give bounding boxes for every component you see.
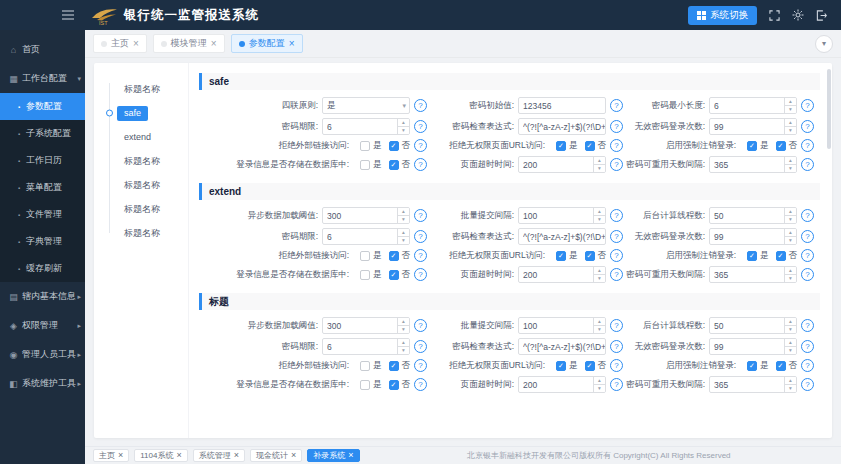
checkbox-no[interactable]: ✓	[389, 270, 399, 280]
increase-icon[interactable]: ▴	[594, 157, 605, 165]
checkbox-yes[interactable]	[360, 270, 370, 280]
decrease-icon[interactable]: ▾	[594, 385, 605, 392]
checkbox-yes[interactable]: ✓	[747, 251, 757, 261]
checkbox-yes[interactable]: ✓	[556, 251, 566, 261]
checkbox-no[interactable]: ✓	[585, 141, 595, 151]
decrease-icon[interactable]: ▾	[785, 326, 796, 333]
input-field[interactable]: ^(?![^a-zA-z]+$)(?!\D+$)[0-9A-Z]	[518, 228, 606, 245]
close-icon[interactable]: ×	[234, 451, 239, 460]
increase-icon[interactable]: ▴	[594, 377, 605, 385]
anchor-item[interactable]: 标题名称	[106, 221, 186, 245]
scrollbar[interactable]	[826, 67, 831, 434]
decrease-icon[interactable]: ▾	[398, 326, 409, 333]
help-icon[interactable]: ?	[414, 139, 427, 152]
help-icon[interactable]: ?	[610, 209, 623, 222]
increase-icon[interactable]: ▴	[594, 267, 605, 275]
sidebar-item[interactable]: ▦工作台配置▾	[0, 64, 85, 93]
sidebar-subitem[interactable]: ▪参数配置	[0, 93, 85, 120]
help-icon[interactable]: ?	[414, 249, 427, 262]
help-icon[interactable]: ?	[610, 268, 623, 281]
anchor-item[interactable]: extend	[106, 125, 186, 149]
increase-icon[interactable]: ▴	[785, 98, 796, 106]
help-icon[interactable]: ?	[414, 359, 427, 372]
help-icon[interactable]: ?	[414, 120, 427, 133]
stepper-field[interactable]: 50▴▾	[709, 317, 797, 334]
stepper-buttons[interactable]: ▴▾	[784, 208, 796, 223]
sidebar-subitem[interactable]: ▪字典管理	[0, 228, 85, 255]
decrease-icon[interactable]: ▾	[785, 216, 796, 223]
decrease-icon[interactable]: ▾	[785, 275, 796, 282]
anchor-item[interactable]: 标题名称	[106, 77, 186, 101]
stepper-buttons[interactable]: ▴▾	[784, 229, 796, 244]
close-icon[interactable]: ×	[211, 39, 217, 49]
tab-模块管理[interactable]: 模块管理×	[153, 34, 225, 53]
increase-icon[interactable]: ▴	[785, 208, 796, 216]
increase-icon[interactable]: ▴	[785, 157, 796, 165]
stepper-field[interactable]: 200▴▾	[518, 266, 606, 283]
stepper-field[interactable]: 365▴▾	[709, 156, 797, 173]
checkbox-yes[interactable]	[360, 380, 370, 390]
increase-icon[interactable]: ▴	[785, 339, 796, 347]
bottom-tab-系统管理[interactable]: 系统管理×	[193, 449, 245, 462]
input-field[interactable]: ^(?![^a-zA-z]+$)(?!\D+$)[0-9A-Z]	[518, 118, 606, 135]
increase-icon[interactable]: ▴	[785, 229, 796, 237]
stepper-buttons[interactable]: ▴▾	[784, 318, 796, 333]
increase-icon[interactable]: ▴	[785, 377, 796, 385]
decrease-icon[interactable]: ▾	[785, 237, 796, 244]
checkbox-no[interactable]: ✓	[389, 380, 399, 390]
bottom-tab-主页[interactable]: 主页×	[93, 449, 129, 462]
sidebar-subitem[interactable]: ▪工作日历	[0, 147, 85, 174]
sidebar-item[interactable]: ◉管理人员工具▸	[0, 340, 85, 369]
checkbox-yes[interactable]: ✓	[747, 361, 757, 371]
stepper-field[interactable]: 50▴▾	[709, 207, 797, 224]
stepper-field[interactable]: 6▴▾	[709, 97, 797, 114]
checkbox-no[interactable]: ✓	[389, 361, 399, 371]
decrease-icon[interactable]: ▾	[785, 347, 796, 354]
sidebar-item[interactable]: ◧系统维护工具▸	[0, 369, 85, 398]
increase-icon[interactable]: ▴	[785, 267, 796, 275]
stepper-buttons[interactable]: ▴▾	[397, 339, 409, 354]
checkbox-yes[interactable]	[360, 160, 370, 170]
sidebar-subitem[interactable]: ▪子系统配置	[0, 120, 85, 147]
checkbox-yes[interactable]: ✓	[556, 141, 566, 151]
stepper-field[interactable]: 365▴▾	[709, 266, 797, 283]
help-icon[interactable]: ?	[801, 268, 814, 281]
help-icon[interactable]: ?	[801, 99, 814, 112]
tab-主页[interactable]: 主页×	[93, 34, 147, 53]
close-icon[interactable]: ×	[289, 39, 295, 49]
help-icon[interactable]: ?	[610, 319, 623, 332]
help-icon[interactable]: ?	[610, 249, 623, 262]
help-icon[interactable]: ?	[610, 99, 623, 112]
checkbox-no[interactable]: ✓	[585, 361, 595, 371]
help-icon[interactable]: ?	[414, 158, 427, 171]
stepper-buttons[interactable]: ▴▾	[397, 318, 409, 333]
increase-icon[interactable]: ▴	[594, 318, 605, 326]
stepper-field[interactable]: 99▴▾	[709, 338, 797, 355]
help-icon[interactable]: ?	[610, 359, 623, 372]
stepper-field[interactable]: 200▴▾	[518, 156, 606, 173]
help-icon[interactable]: ?	[801, 378, 814, 391]
stepper-field[interactable]: 300▴▾	[322, 207, 410, 224]
stepper-buttons[interactable]: ▴▾	[593, 157, 605, 172]
menu-collapse-icon[interactable]	[62, 10, 74, 20]
decrease-icon[interactable]: ▾	[594, 275, 605, 282]
decrease-icon[interactable]: ▾	[398, 127, 409, 134]
stepper-field[interactable]: 6▴▾	[322, 338, 410, 355]
checkbox-no[interactable]: ✓	[776, 141, 786, 151]
sidebar-subitem[interactable]: ▪缓存刷新	[0, 255, 85, 282]
help-icon[interactable]: ?	[801, 158, 814, 171]
help-icon[interactable]: ?	[610, 158, 623, 171]
checkbox-yes[interactable]	[360, 251, 370, 261]
close-icon[interactable]: ×	[176, 451, 181, 460]
checkbox-yes[interactable]: ✓	[556, 361, 566, 371]
bottom-tab-补录系统[interactable]: 补录系统×	[307, 449, 359, 462]
increase-icon[interactable]: ▴	[594, 208, 605, 216]
input-field[interactable]: ^(?![^a-zA-z]+$)(?!\D+$)[0-9A-Z]	[518, 338, 606, 355]
fullscreen-icon[interactable]	[769, 10, 780, 21]
help-icon[interactable]: ?	[610, 230, 623, 243]
help-icon[interactable]: ?	[414, 378, 427, 391]
checkbox-no[interactable]: ✓	[389, 251, 399, 261]
scrollbar-thumb[interactable]	[827, 69, 831, 149]
decrease-icon[interactable]: ▾	[785, 106, 796, 113]
stepper-buttons[interactable]: ▴▾	[593, 318, 605, 333]
